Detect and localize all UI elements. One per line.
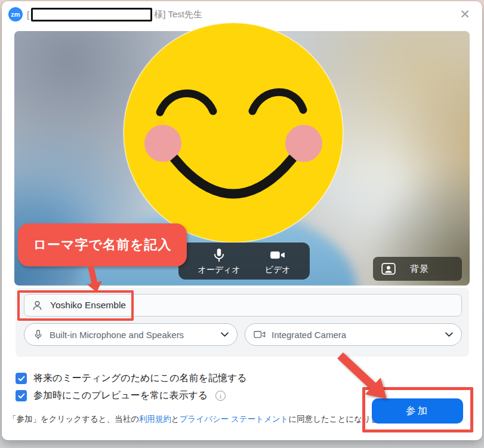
name-hint-text: ローマ字で名前を記入 [33,236,171,254]
camera-outline-icon [254,330,266,339]
virtual-background-icon [381,263,396,275]
remember-name-label: 将来のミーティングのためにこの名前を記憶する [33,372,247,385]
close-icon[interactable]: ✕ [457,7,473,22]
checkbox-checked-icon[interactable] [16,373,27,384]
zoom-logo-icon: zm [8,7,23,22]
audio-video-pill: オーディオ ビデオ [178,243,310,280]
audio-label: オーディオ [198,265,240,275]
microphone-selector[interactable]: Built-in Microphone and Speakers [24,323,238,346]
microphone-value: Built-in Microphone and Speakers [50,330,215,340]
microphone-outline-icon [33,329,44,340]
name-hint-bubble: ローマ字で名前を記入 [18,223,187,266]
terms-of-service-link[interactable]: 利用規約 [139,415,171,424]
always-show-preview-label: 参加時にこのプレビューを常に表示する [33,389,208,402]
microphone-icon [211,247,227,263]
always-show-preview-option: 参加時にこのプレビューを常に表示する i [16,389,226,402]
title-suffix: 様] Test先生 [154,9,202,20]
video-label: ビデオ [265,265,291,275]
checkbox-checked-icon[interactable] [16,390,27,401]
audio-button[interactable]: オーディオ [198,247,240,275]
privacy-statement-link[interactable]: プライバシー ステートメント [180,415,289,424]
background-button[interactable]: 背景 [373,257,462,281]
join-preview-dialog: zm [ 様] Test先生 ✕ オーディオ [2,1,482,440]
remember-name-option: 将来のミーティングのためにこの名前を記憶する [16,372,247,385]
background-label: 背景 [410,263,429,275]
camera-value: Integrated Camera [272,330,439,340]
redacted-name-box [31,8,152,22]
name-field-highlight [17,290,134,321]
title-prefix: [ [27,10,29,20]
info-icon[interactable]: i [215,391,226,401]
smiley-face-sticker [122,22,344,244]
video-button[interactable]: ビデオ [265,247,291,275]
window-title: [ 様] Test先生 [27,8,202,22]
join-button-highlight [362,387,473,432]
agreement-conjunction: と [171,415,180,424]
terms-agreement-text: 「参加」をクリックすると、当社の利用規約とプライバシー ステートメントに同意した… [8,414,395,425]
chevron-down-icon [445,332,453,337]
camera-selector[interactable]: Integrated Camera [245,323,462,346]
agreement-text-before: 「参加」をクリックすると、当社の [8,415,139,424]
camera-icon [269,247,286,263]
chevron-down-icon [221,332,229,337]
